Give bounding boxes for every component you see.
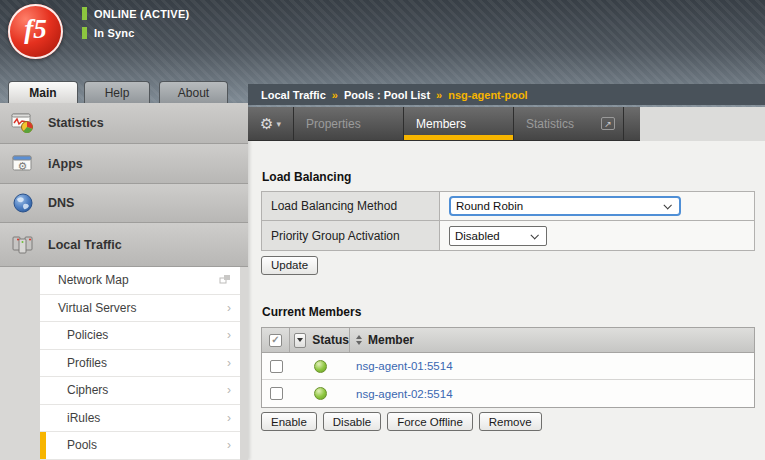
member-row: nsg-agent-02:5514	[262, 380, 754, 407]
virtual-servers-label: Virtual Servers	[58, 301, 136, 315]
load-balancing-method-selected: Round Robin	[451, 200, 523, 212]
sidebar-item-statistics-label: Statistics	[48, 116, 104, 130]
f5-logo-text: f5	[24, 14, 47, 45]
tab-about-label: About	[178, 86, 209, 100]
breadcrumb-local-traffic[interactable]: Local Traffic	[261, 89, 326, 101]
tab-about[interactable]: About	[159, 81, 228, 103]
chevron-right-icon: ›	[227, 438, 231, 452]
chevron-right-icon: ›	[227, 301, 231, 315]
status-sync: In Sync	[82, 27, 135, 39]
member-link[interactable]: nsg-agent-01:5514	[356, 360, 453, 372]
sync-status-indicator	[82, 27, 87, 39]
member-link[interactable]: nsg-agent-02:5514	[356, 388, 453, 400]
active-tab-indicator	[404, 135, 513, 140]
priority-group-row: Priority Group Activation Disabled	[262, 221, 754, 250]
check-icon: ✓	[271, 335, 279, 345]
breadcrumb-pool-list[interactable]: Pools : Pool List	[344, 89, 430, 101]
policies-label: Policies	[67, 328, 108, 342]
status-column-header[interactable]: Status	[290, 328, 350, 352]
tab-help-label: Help	[105, 86, 130, 100]
tab-members[interactable]: Members	[404, 107, 514, 140]
load-balancing-method-select[interactable]: Round Robin	[449, 196, 681, 216]
external-link-icon: ↗	[601, 117, 615, 130]
member-column-header[interactable]: Member	[350, 328, 754, 352]
priority-group-value-cell: Disabled	[440, 221, 754, 250]
chevron-right-icon: ›	[227, 356, 231, 370]
sidebar-item-irules[interactable]: iRules ›	[40, 405, 240, 433]
dns-globe-icon	[10, 191, 36, 215]
member-action-buttons: Enable Disable Force Offline Remove	[261, 412, 542, 431]
tabstrip-filler	[640, 107, 765, 141]
tab-members-label: Members	[416, 117, 466, 131]
tab-help[interactable]: Help	[84, 81, 150, 103]
caret-down-icon: ▾	[276, 119, 281, 129]
force-offline-button[interactable]: Force Offline	[387, 412, 473, 431]
active-item-indicator	[40, 432, 46, 459]
breadcrumb-current-pool: nsg-agent-pool	[448, 89, 527, 101]
row-checkbox[interactable]	[270, 360, 283, 373]
chevron-down-icon	[663, 201, 671, 209]
sidebar-item-ciphers[interactable]: Ciphers ›	[40, 377, 240, 405]
load-balancing-method-row: Load Balancing Method Round Robin	[262, 192, 754, 221]
current-members-title: Current Members	[262, 305, 361, 319]
local-traffic-servers-icon	[10, 233, 36, 257]
remove-button[interactable]: Remove	[479, 412, 542, 431]
status-online: ONLINE (ACTIVE)	[82, 7, 189, 20]
select-all-cell: ✓	[262, 328, 290, 352]
priority-group-label: Priority Group Activation	[262, 221, 440, 250]
sync-status-text: In Sync	[94, 27, 135, 39]
statistics-chart-icon	[10, 111, 36, 135]
gear-menu-button[interactable]: ⚙ ▾	[248, 107, 294, 140]
tab-properties[interactable]: Properties	[294, 107, 404, 140]
sidebar-item-pools[interactable]: Pools ›	[40, 432, 240, 460]
update-button[interactable]: Update	[261, 256, 318, 275]
members-table-header: ✓ Status Member	[262, 328, 754, 353]
status-available-icon	[314, 387, 327, 400]
breadcrumb-separator: »	[436, 89, 442, 101]
tab-properties-label: Properties	[306, 117, 361, 131]
ciphers-label: Ciphers	[67, 383, 108, 397]
tab-main[interactable]: Main	[8, 81, 78, 103]
status-available-icon	[314, 360, 327, 373]
sidebar-item-virtual-servers[interactable]: Virtual Servers ›	[40, 295, 240, 323]
sidebar-item-dns-label: DNS	[48, 196, 74, 210]
priority-group-selected: Disabled	[450, 230, 500, 242]
breadcrumb: Local Traffic » Pools : Pool List » nsg-…	[248, 84, 765, 105]
network-map-label: Network Map	[58, 273, 129, 287]
svg-text:⚙: ⚙	[18, 160, 28, 172]
f5-logo[interactable]: f5	[8, 4, 63, 59]
irules-label: iRules	[67, 411, 100, 425]
disable-button[interactable]: Disable	[323, 412, 381, 431]
member-row: nsg-agent-01:5514	[262, 353, 754, 380]
profiles-label: Profiles	[67, 356, 107, 370]
bigip-admin-ui: f5 ONLINE (ACTIVE) In Sync Main Help Abo…	[0, 0, 765, 460]
content-tabstrip: ⚙ ▾ Properties Members Statistics ↗	[248, 107, 640, 141]
sidebar-item-local-traffic[interactable]: Local Traffic	[0, 223, 248, 267]
member-header-label: Member	[368, 333, 414, 347]
sidebar-item-network-map[interactable]: Network Map	[40, 267, 240, 295]
tab-main-label: Main	[29, 86, 56, 100]
tab-statistics-label: Statistics	[526, 117, 574, 131]
sidebar-item-statistics[interactable]: Statistics	[0, 103, 248, 144]
chevron-down-icon	[530, 231, 538, 239]
sidebar-item-profiles[interactable]: Profiles ›	[40, 350, 240, 378]
chevron-right-icon: ›	[227, 383, 231, 397]
sidebar-item-policies[interactable]: Policies ›	[40, 322, 240, 350]
load-balancing-form: Load Balancing Method Round Robin Priori…	[261, 191, 755, 251]
row-checkbox[interactable]	[270, 387, 283, 400]
select-menu-button[interactable]	[294, 333, 306, 348]
sidebar-item-iapps-label: iApps	[48, 157, 83, 171]
sidebar-item-iapps[interactable]: ⚙ iApps	[0, 144, 248, 184]
select-all-checkbox[interactable]: ✓	[269, 334, 282, 347]
members-table: ✓ Status Member nsg-agent-01:55	[261, 327, 755, 408]
pools-label: Pools	[67, 438, 97, 452]
enable-button[interactable]: Enable	[261, 412, 317, 431]
sidebar-item-local-traffic-label: Local Traffic	[48, 238, 122, 252]
network-map-icon	[219, 273, 231, 287]
status-header-label: Status	[312, 333, 349, 347]
tab-statistics[interactable]: Statistics ↗	[514, 107, 624, 140]
priority-group-select[interactable]: Disabled	[449, 226, 547, 246]
sidebar-item-dns[interactable]: DNS	[0, 184, 248, 223]
chevron-right-icon: ›	[227, 411, 231, 425]
iapps-window-gear-icon: ⚙	[10, 152, 36, 176]
